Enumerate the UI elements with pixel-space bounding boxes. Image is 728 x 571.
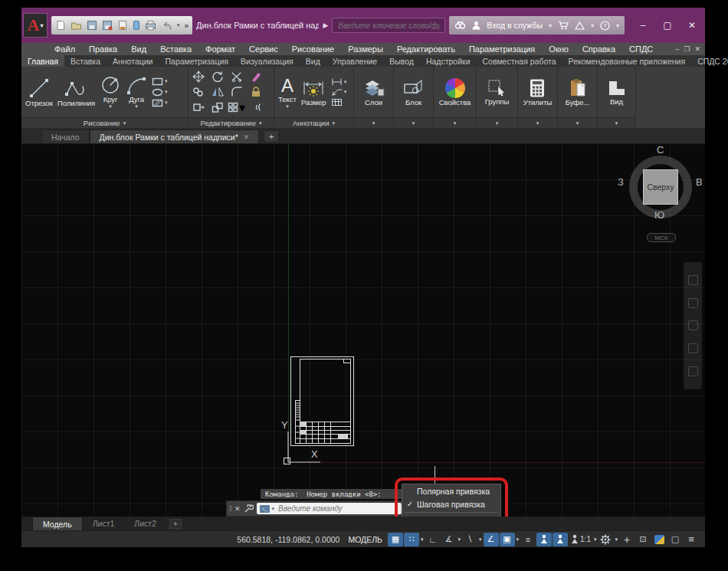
circle-button[interactable]: Круг ▾ — [98, 74, 123, 110]
array-tool[interactable]: ▾ — [228, 100, 245, 115]
ribbon-tab-home[interactable]: Главная — [21, 55, 64, 67]
menu-window[interactable]: Окно — [542, 44, 576, 54]
rectangle-tool[interactable]: ▾ — [152, 77, 168, 86]
circle-caret-icon[interactable]: ▾ — [109, 104, 112, 109]
annotation-monitor-button[interactable]: + — [619, 533, 635, 546]
compass-north-label[interactable]: С — [657, 144, 664, 156]
ellipse-caret-icon[interactable]: ▾ — [165, 89, 168, 95]
arc-caret-icon[interactable]: ▾ — [135, 104, 138, 109]
show-motion-icon[interactable] — [688, 366, 698, 376]
menu-modify[interactable]: Редактировать — [390, 44, 462, 54]
ribbon-tab-parametric[interactable]: Параметризация — [159, 55, 235, 67]
copy-icon[interactable] — [192, 87, 205, 97]
ribbon-tab-collaborate[interactable]: Совместная работа — [477, 55, 562, 67]
plot-icon[interactable] — [117, 20, 128, 31]
layout-tab-model[interactable]: Модель — [32, 517, 83, 530]
save-icon[interactable] — [87, 20, 97, 31]
command-input[interactable] — [277, 504, 398, 514]
help-caret-icon[interactable]: ▾ — [616, 22, 619, 29]
isodraft-toggle[interactable]: ∖ — [462, 533, 477, 546]
undo-dropdown-caret[interactable]: ▾ — [177, 22, 180, 28]
doc-close-icon[interactable]: ✕ — [694, 45, 700, 53]
menu-spds[interactable]: СПДС — [622, 44, 660, 54]
leader-caret-icon[interactable]: ▾ — [344, 89, 347, 95]
view-button[interactable]: Вид — [605, 78, 628, 107]
doc-minimize-icon[interactable]: – — [675, 45, 679, 53]
file-tab-active[interactable]: Дин.блок Рамки с таблицей надписи* ✕ — [90, 130, 260, 143]
orbit-icon[interactable] — [688, 343, 698, 353]
ribbon-tab-manage[interactable]: Управление — [326, 55, 383, 67]
panel-label-layers[interactable]: ▾ — [354, 117, 393, 128]
command-wrench-icon[interactable] — [244, 504, 254, 514]
signin-label[interactable]: Вход в службы — [487, 21, 543, 30]
clean-screen-button[interactable]: ▢ — [667, 533, 683, 546]
new-file-icon[interactable] — [55, 20, 66, 31]
layout-tab-sheet2[interactable]: Лист2 — [124, 517, 166, 530]
polar-tracking-toggle[interactable]: ∡ — [441, 533, 457, 546]
graphics-performance-button[interactable] — [651, 533, 667, 546]
annotation-scale-button[interactable]: 1:1 — [569, 533, 592, 546]
ribbon-tab-visualize[interactable]: Визуализация — [234, 55, 300, 67]
leader-tool[interactable]: ▾ — [331, 88, 347, 96]
app-store-cart-icon[interactable] — [558, 21, 569, 30]
table-tool[interactable] — [331, 98, 347, 107]
arc-button[interactable]: Дуга ▾ — [124, 74, 149, 110]
lock-icon[interactable] — [251, 87, 261, 97]
annotation-scale-caret-icon[interactable]: ▾ — [593, 537, 598, 543]
panel-label-view[interactable]: ▾ — [598, 117, 635, 128]
groups-button[interactable]: Группы — [484, 78, 511, 107]
menu-format[interactable]: Формат — [198, 44, 242, 54]
user-icon[interactable] — [472, 21, 480, 30]
erase-icon[interactable] — [250, 71, 262, 83]
undo-icon[interactable] — [161, 21, 172, 31]
open-file-icon[interactable] — [71, 20, 82, 31]
file-tab-close-icon[interactable]: ✕ — [244, 133, 250, 141]
polar-caret-icon[interactable]: ▾ — [457, 537, 462, 543]
panel-label-draw[interactable]: Рисование ▾ — [21, 117, 188, 128]
hatch-caret-icon[interactable]: ▾ — [165, 100, 168, 106]
ribbon-tab-addins[interactable]: Надстройки — [420, 55, 477, 67]
new-drawing-tab-button[interactable]: + — [264, 130, 279, 143]
grid-toggle[interactable]: ▦ — [388, 533, 403, 546]
linear-dim-tool[interactable]: ▾ — [331, 78, 347, 86]
close-button[interactable]: ✕ — [680, 16, 703, 34]
doc-restore-icon[interactable]: ❐ — [684, 45, 690, 53]
panel-label-utilities[interactable]: ▾ — [518, 117, 557, 128]
help-icon[interactable]: ? — [600, 21, 610, 31]
help-search-box[interactable] — [332, 18, 445, 33]
polyline-button[interactable]: Полилиния — [56, 77, 97, 108]
menu-edit[interactable]: Правка — [82, 44, 124, 54]
stretch-icon[interactable] — [192, 102, 205, 113]
ortho-toggle[interactable]: ∟ — [425, 533, 441, 546]
menu-view[interactable]: Вид — [124, 44, 153, 54]
menu-item-grid-snap[interactable]: ✓ Шаговая привязка — [402, 497, 500, 510]
command-bar-grip[interactable]: ⁞⁞ — [229, 505, 231, 513]
minimize-button[interactable]: – — [631, 16, 654, 34]
ribbon-tab-output[interactable]: Вывод — [383, 55, 420, 67]
menu-parametric[interactable]: Параметризация — [462, 44, 542, 54]
maximize-button[interactable]: ▢ — [656, 16, 679, 34]
rotate-icon[interactable] — [212, 71, 224, 83]
panel-label-groups[interactable]: ▾ — [477, 117, 517, 128]
app-menu-button[interactable]: A ▾ — [23, 13, 48, 38]
search-input[interactable] — [336, 21, 441, 31]
snap-toggle[interactable]: ∷ — [404, 533, 419, 546]
compass-east-label[interactable]: В — [696, 176, 703, 188]
print-icon[interactable] — [145, 20, 156, 31]
annotation-autoscale-toggle[interactable] — [553, 533, 568, 546]
compass-west-label[interactable]: З — [618, 176, 624, 188]
command-bar-close-icon[interactable]: ✕ — [234, 505, 241, 513]
drawing-canvas[interactable]: Сверху С Ю З В МСК — [21, 143, 705, 517]
lineweight-toggle[interactable]: ≡ — [520, 533, 536, 546]
layers-button[interactable]: Слои — [361, 77, 387, 107]
scale-icon[interactable] — [212, 102, 224, 113]
menu-item-snap-settings[interactable]: Параметры привязки... — [402, 514, 500, 517]
rectangle-caret-icon[interactable]: ▾ — [165, 78, 168, 84]
isodraft-caret-icon[interactable]: ▾ — [478, 537, 483, 543]
linear-dim-caret-icon[interactable]: ▾ — [344, 79, 347, 85]
navigation-bar[interactable] — [684, 262, 702, 389]
menu-file[interactable]: Файл — [48, 44, 82, 54]
workspace-switching-button[interactable] — [598, 533, 613, 546]
signin-caret-icon[interactable]: ▾ — [549, 22, 552, 29]
snap-caret-icon[interactable]: ▾ — [420, 537, 425, 543]
